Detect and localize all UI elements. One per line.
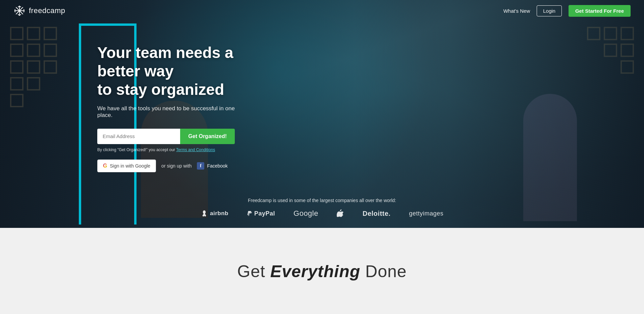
bottom-section: Get Everything Done xyxy=(0,228,644,314)
google-icon: G xyxy=(103,163,107,169)
facebook-label: Facebook xyxy=(207,163,227,169)
paypal-logo: PayPal xyxy=(247,210,275,217)
companies-label: Freedcamp is used in some of the largest… xyxy=(0,198,644,203)
logo-icon xyxy=(13,5,25,17)
companies-strip: Freedcamp is used in some of the largest… xyxy=(0,198,644,228)
companies-logos: airbnb PayPal Google Deloitte. xyxy=(0,209,644,218)
hero-form: Get Organized! xyxy=(97,129,235,144)
hero-content: Your team needs a better way to stay org… xyxy=(0,0,235,172)
google-signin-label: Sign in with Google xyxy=(110,163,150,169)
facebook-signup-button[interactable]: f Facebook xyxy=(197,162,227,170)
deloitte-logo: Deloitte. xyxy=(363,210,390,217)
getty-images-logo: gettyimages xyxy=(409,210,443,217)
logo-text: freedcamp xyxy=(29,6,65,15)
svg-line-9 xyxy=(15,11,15,12)
terms-link[interactable]: Terms and Conditions xyxy=(176,147,215,152)
hero-headline: Your team needs a better way to stay org… xyxy=(97,44,235,99)
navbar-right: What's New Login Get Started For Free xyxy=(503,5,631,17)
navbar: freedcamp What's New Login Get Started F… xyxy=(0,0,644,21)
google-logo: Google xyxy=(293,209,318,218)
get-organized-button[interactable]: Get Organized! xyxy=(180,129,235,144)
login-button[interactable]: Login xyxy=(537,5,562,16)
hero-terms: By clicking "Get Organized!" you accept … xyxy=(97,147,235,152)
get-started-button[interactable]: Get Started For Free xyxy=(569,5,631,17)
google-signin-button[interactable]: G Sign in with Google xyxy=(97,160,156,172)
whats-new-link[interactable]: What's New xyxy=(503,8,530,14)
svg-point-12 xyxy=(18,10,20,12)
email-input[interactable] xyxy=(97,129,180,144)
hero-subheadline: We have all the tools you need to be suc… xyxy=(97,105,235,119)
paypal-icon xyxy=(247,210,252,217)
airbnb-logo: airbnb xyxy=(201,210,228,217)
apple-icon xyxy=(337,209,344,217)
logo-link[interactable]: freedcamp xyxy=(13,5,65,17)
hero-social: G Sign in with Google or sign up with f … xyxy=(97,160,235,172)
svg-line-11 xyxy=(24,11,24,12)
facebook-icon: f xyxy=(197,162,204,170)
apple-logo xyxy=(337,209,344,217)
social-divider: or sign up with xyxy=(161,163,192,169)
airbnb-icon xyxy=(201,210,208,217)
hero-section: Your team needs a better way to stay org… xyxy=(0,0,644,228)
bottom-headline: Get Everything Done xyxy=(237,262,407,281)
